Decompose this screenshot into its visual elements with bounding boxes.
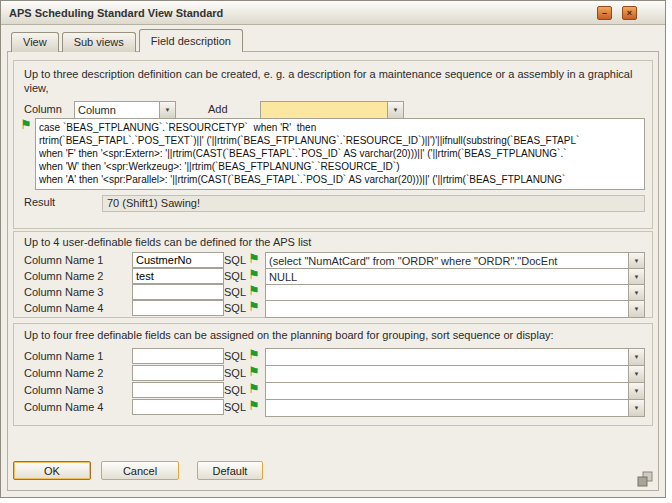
planning-board-group-title: Up to four free definable fields can be … (24, 329, 554, 341)
window-controls: – × (597, 6, 637, 20)
pb-column-name-3-input[interactable] (132, 382, 224, 398)
column-select[interactable]: Column ▼ (74, 101, 176, 119)
chevron-glyph: ▼ (165, 107, 171, 113)
pb-column-3-sql-select[interactable]: ▼ (265, 382, 645, 400)
column-name-2-input[interactable] (132, 268, 224, 284)
flag-icon: ⚑ (247, 365, 261, 379)
chevron-down-icon[interactable]: ▼ (628, 285, 644, 301)
chevron-glyph: ▼ (634, 258, 640, 264)
column-select-row: Column Column ▼ Add ▼ (14, 101, 652, 119)
flag-icon: ⚑ (247, 252, 261, 266)
pb-column-name-2-label: Column Name 2 (24, 367, 103, 379)
pb-column-4-sql-select[interactable]: ▼ (265, 399, 645, 417)
pb-column-name-2-input[interactable] (132, 365, 224, 381)
code-line: case `BEAS_FTPLANUNG`.`RESOURCETYP` when… (39, 121, 641, 134)
column-2-sql-value: NULL (266, 269, 628, 285)
footer-buttons: OK Cancel Default (13, 461, 263, 480)
chevron-down-icon[interactable]: ▼ (628, 400, 644, 416)
aps-list-row-1: Column Name 1 SQL ⚑ (select "NumAtCard" … (14, 252, 652, 268)
flag-icon: ⚑ (247, 348, 261, 362)
sql-label: SQL (224, 302, 246, 314)
tab-field-description[interactable]: Field description (139, 29, 243, 52)
tab-sub-views[interactable]: Sub views (62, 32, 136, 52)
chevron-glyph: ▼ (634, 274, 640, 280)
expand-form-icon[interactable] (637, 471, 653, 487)
planning-board-group: Up to four free definable fields can be … (13, 323, 653, 426)
flag-icon: ⚑ (247, 399, 261, 413)
aps-list-row-3: Column Name 3 SQL ⚑ ▼ (14, 284, 652, 300)
column-name-1-input[interactable] (132, 252, 224, 268)
chevron-down-icon[interactable]: ▼ (628, 253, 644, 269)
sql-label: SQL (224, 367, 246, 379)
aps-list-row-2: Column Name 2 SQL ⚑ NULL ▼ (14, 268, 652, 284)
pb-column-2-sql-select[interactable]: ▼ (265, 365, 645, 383)
column-label: Column (24, 103, 62, 115)
chevron-down-icon[interactable]: ▼ (628, 383, 644, 399)
cancel-button[interactable]: Cancel (101, 461, 179, 480)
column-name-3-input[interactable] (132, 284, 224, 300)
close-button[interactable]: × (622, 6, 637, 20)
code-line: when 'F' then '<spr:Extern>: '||rtrim(CA… (39, 147, 641, 160)
planning-board-row-3: Column Name 3 SQL ⚑ ▼ (14, 382, 652, 398)
column-4-sql-select[interactable]: ▼ (265, 300, 645, 318)
sql-label: SQL (224, 254, 246, 266)
pb-column-name-4-label: Column Name 4 (24, 401, 103, 413)
result-row: Result 70 (Shift1) Sawing! (14, 195, 652, 213)
column-name-4-input[interactable] (132, 300, 224, 316)
code-line: when 'A' then '<spr:Parallel>: '||rtrim(… (39, 173, 641, 186)
window-title: APS Scheduling Standard View Standard (9, 7, 223, 19)
pb-column-name-4-input[interactable] (132, 399, 224, 415)
description-sql-editor[interactable]: case `BEAS_FTPLANUNG`.`RESOURCETYP` when… (35, 118, 645, 190)
minimize-icon: – (602, 9, 607, 18)
aps-list-row-4: Column Name 4 SQL ⚑ ▼ (14, 300, 652, 316)
sql-label: SQL (224, 270, 246, 282)
column-select-value: Column (75, 102, 159, 118)
tab-view[interactable]: View (11, 32, 59, 52)
tab-bar: View Sub views Field description (11, 30, 246, 52)
chevron-glyph: ▼ (634, 371, 640, 377)
column-name-1-label: Column Name 1 (24, 254, 103, 266)
add-label: Add (208, 103, 228, 115)
planning-board-row-2: Column Name 2 SQL ⚑ ▼ (14, 365, 652, 381)
result-label: Result (24, 196, 55, 208)
result-value: 70 (Shift1) Sawing! (102, 195, 645, 212)
chevron-glyph: ▼ (393, 107, 399, 113)
pb-column-name-1-input[interactable] (132, 348, 224, 364)
flag-icon: ⚑ (247, 382, 261, 396)
chevron-down-icon[interactable]: ▼ (628, 366, 644, 382)
aps-scheduling-dialog: APS Scheduling Standard View Standard – … (0, 0, 666, 498)
chevron-down-icon[interactable]: ▼ (159, 102, 175, 118)
aps-list-group: Up to 4 user-definable fields can be def… (13, 231, 653, 318)
sql-label: SQL (224, 286, 246, 298)
chevron-glyph: ▼ (634, 354, 640, 360)
pb-column-name-1-label: Column Name 1 (24, 350, 103, 362)
flag-icon: ⚑ (247, 300, 261, 314)
titlebar[interactable]: APS Scheduling Standard View Standard – … (1, 1, 665, 25)
ok-button[interactable]: OK (13, 461, 91, 480)
chevron-down-icon[interactable]: ▼ (628, 301, 644, 317)
minimize-button[interactable]: – (597, 6, 612, 20)
pb-column-name-3-label: Column Name 3 (24, 384, 103, 396)
sql-label: SQL (224, 350, 246, 362)
chevron-glyph: ▼ (634, 405, 640, 411)
column-name-3-label: Column Name 3 (24, 286, 103, 298)
chevron-glyph: ▼ (634, 306, 640, 312)
column-name-2-label: Column Name 2 (24, 270, 103, 282)
description-intro: Up to three description definition can b… (24, 67, 660, 95)
chevron-down-icon[interactable]: ▼ (628, 269, 644, 285)
chevron-down-icon[interactable]: ▼ (387, 102, 403, 118)
chevron-down-icon[interactable]: ▼ (628, 349, 644, 365)
planning-board-row-1: Column Name 1 SQL ⚑ ▼ (14, 348, 652, 364)
sql-label: SQL (224, 401, 246, 413)
default-button[interactable]: Default (197, 461, 263, 480)
flag-icon: ⚑ (19, 118, 33, 132)
pb-column-1-sql-select[interactable]: ▼ (265, 348, 645, 366)
flag-icon: ⚑ (247, 284, 261, 298)
add-select[interactable]: ▼ (260, 101, 404, 119)
description-intro-line1: Up to three description definition can b… (24, 67, 660, 81)
code-line: rtrim(`BEAS_FTAPL`.`POS_TEXT`)||' ('||rt… (39, 134, 641, 147)
chevron-glyph: ▼ (634, 388, 640, 394)
flag-icon: ⚑ (247, 268, 261, 282)
aps-list-group-title: Up to 4 user-definable fields can be def… (24, 236, 311, 248)
sql-label: SQL (224, 384, 246, 396)
